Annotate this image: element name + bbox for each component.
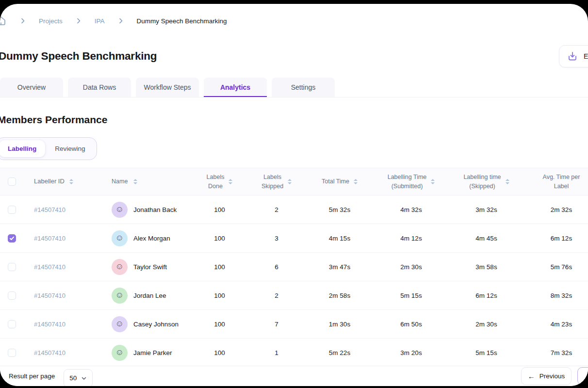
avg-time-per-label-cell: 8m 32s bbox=[524, 292, 588, 299]
tab-data-rows[interactable]: Data Rows bbox=[68, 78, 131, 97]
page-size-select[interactable]: 50 bbox=[64, 369, 93, 387]
arrow-left-icon: ← bbox=[528, 372, 535, 380]
avg-time-per-label-cell: 4m 23s bbox=[524, 321, 588, 328]
cell-value: 5m 22s bbox=[329, 349, 350, 356]
section-title: Members Performance bbox=[0, 114, 588, 126]
labelling-time-skipped-cell: 2m 30s bbox=[449, 321, 524, 328]
cell-value: 2m 32s bbox=[551, 206, 572, 213]
cell-value: 4m 15s bbox=[329, 235, 350, 242]
labels-done-cell: 100 bbox=[192, 321, 247, 328]
avg-time-per-label-cell: 2m 32s bbox=[524, 206, 588, 213]
table-body: #14507410☺Jonathan Back10025m 32s4m 32s3… bbox=[0, 195, 588, 367]
member-name: Taylor Swift bbox=[133, 263, 167, 271]
chevron-right-icon bbox=[19, 17, 26, 24]
labeller-id-cell: #14507410 bbox=[22, 206, 80, 213]
total-time-cell: 5m 22s bbox=[306, 349, 374, 356]
table-row: #14507410☺Alex Morgan10034m 15s4m 12s4m … bbox=[0, 224, 588, 253]
labels-skipped-cell: 1 bbox=[247, 349, 306, 356]
cell-value: 100 bbox=[214, 292, 225, 299]
sort-icon[interactable] bbox=[133, 179, 137, 184]
sort-icon[interactable] bbox=[69, 179, 73, 184]
labels-done-cell: 100 bbox=[192, 263, 247, 271]
cell-value: 100 bbox=[214, 321, 225, 328]
labelling-time-submitted-cell: 2m 30s bbox=[374, 263, 449, 271]
breadcrumb-projects[interactable]: Projects bbox=[39, 17, 63, 25]
row-checkbox[interactable] bbox=[8, 349, 16, 357]
table-row: #14507410☺Taylor Swift10063m 47s2m 30s3m… bbox=[0, 253, 588, 281]
labels-done-cell: 100 bbox=[192, 235, 247, 242]
cell-value: 5m 15s bbox=[400, 292, 422, 299]
labels-done-cell: 100 bbox=[192, 292, 247, 299]
labeller-id-cell: #14507410 bbox=[22, 292, 80, 299]
row-checkbox[interactable] bbox=[8, 234, 16, 242]
column-label: Name bbox=[112, 177, 128, 186]
column-label: Total Time bbox=[322, 177, 349, 186]
labels-done-cell: 100 bbox=[192, 206, 247, 213]
select-all-checkbox[interactable] bbox=[8, 178, 16, 186]
labelling-time-skipped-cell: 4m 45s bbox=[449, 235, 524, 242]
column-label: Labels Skipped bbox=[261, 173, 283, 190]
cell-value: 3m 47s bbox=[329, 263, 350, 271]
header-cell: Total Time bbox=[306, 177, 374, 186]
column-label: Labelling time (Skipped) bbox=[463, 173, 501, 190]
sort-icon[interactable] bbox=[506, 179, 509, 184]
page-title: Dummy Speech Benchmarking bbox=[0, 50, 157, 63]
name-cell: ☺Jamie Parker bbox=[80, 345, 192, 361]
table-header: Labeller IDNameLabels DoneLabels Skipped… bbox=[0, 168, 588, 195]
row-checkbox[interactable] bbox=[8, 263, 16, 271]
row-select-cell bbox=[0, 206, 22, 214]
toggle-reviewing[interactable]: Reviewing bbox=[46, 140, 94, 157]
row-checkbox[interactable] bbox=[8, 206, 16, 214]
check-icon bbox=[9, 236, 15, 241]
toggle-labelling[interactable]: Labelling bbox=[0, 140, 45, 157]
labelling-time-submitted-cell: 4m 12s bbox=[374, 235, 449, 242]
sort-icon[interactable] bbox=[354, 179, 358, 184]
cell-value: 2m 30s bbox=[400, 263, 422, 271]
labelling-time-skipped-cell: 3m 58s bbox=[449, 263, 524, 271]
header-cell: Labels Skipped bbox=[247, 173, 306, 190]
app-card: Projects IPA Dummy Speech Benchmarking D… bbox=[0, 4, 588, 386]
cell-value: 100 bbox=[214, 263, 225, 271]
chevron-down-icon bbox=[81, 375, 87, 381]
tab-analytics[interactable]: Analytics bbox=[204, 78, 267, 97]
header-cell: Avg. Time per Label bbox=[524, 173, 588, 190]
labelling-time-skipped-cell: 5m 15s bbox=[449, 349, 524, 356]
labeller-id-cell: #14507410 bbox=[22, 321, 80, 328]
member-name: Alex Morgan bbox=[133, 235, 170, 242]
labelling-time-submitted-cell: 5m 15s bbox=[374, 292, 449, 299]
total-time-cell: 4m 15s bbox=[306, 235, 374, 242]
sort-icon[interactable] bbox=[229, 179, 232, 184]
tab-settings[interactable]: Settings bbox=[272, 78, 335, 97]
labelling-time-submitted-cell: 6m 50s bbox=[374, 321, 449, 328]
cell-value: 6m 12s bbox=[551, 235, 572, 242]
tab-overview[interactable]: Overview bbox=[0, 78, 63, 97]
name-cell: ☺Alex Morgan bbox=[80, 230, 192, 246]
breadcrumb-ipa[interactable]: IPA bbox=[95, 17, 105, 25]
labels-skipped-cell: 6 bbox=[247, 263, 306, 271]
sort-icon[interactable] bbox=[288, 179, 292, 184]
total-time-cell: 2m 58s bbox=[306, 292, 374, 299]
cell-value: 5m 15s bbox=[475, 349, 497, 356]
row-select-cell bbox=[0, 349, 22, 357]
home-icon[interactable] bbox=[0, 15, 7, 27]
avatar: ☺ bbox=[112, 259, 128, 275]
tab-workflow-steps[interactable]: Workflow Steps bbox=[136, 78, 199, 97]
row-checkbox[interactable] bbox=[8, 320, 16, 328]
page-number-button[interactable]: 1 bbox=[577, 367, 588, 385]
cell-value: 2m 30s bbox=[475, 321, 497, 328]
breadcrumb: Projects IPA Dummy Speech Benchmarking bbox=[0, 4, 588, 38]
row-checkbox[interactable] bbox=[8, 291, 16, 300]
labeller-id-cell: #14507410 bbox=[22, 349, 80, 356]
avg-time-per-label-cell: 7m 32s bbox=[524, 349, 588, 356]
export-button[interactable]: E bbox=[559, 45, 588, 67]
result-per-page-label: Result per page bbox=[9, 372, 55, 380]
header-cell: Labels Done bbox=[192, 173, 247, 190]
sort-icon[interactable] bbox=[431, 179, 435, 184]
chevron-right-icon bbox=[117, 17, 124, 24]
previous-page-button[interactable]: ← Previous bbox=[521, 367, 572, 385]
avg-time-per-label-cell: 6m 12s bbox=[524, 235, 588, 242]
header-cell-labeller-id: Labeller ID bbox=[22, 177, 80, 186]
column-label: Labeller ID bbox=[34, 177, 65, 186]
cell-value: 100 bbox=[214, 235, 225, 242]
labeller-id: #14507410 bbox=[34, 206, 65, 213]
